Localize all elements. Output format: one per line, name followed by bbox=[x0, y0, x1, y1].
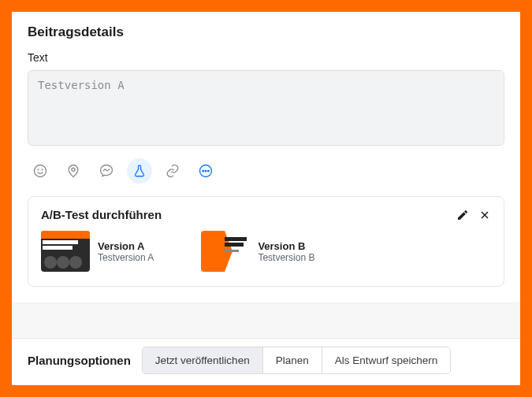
svg-point-13 bbox=[57, 256, 69, 269]
svg-point-1 bbox=[38, 169, 39, 170]
ab-test-header: A/B-Test durchführen bbox=[41, 208, 491, 221]
version-subtitle: Testversion B bbox=[258, 252, 314, 263]
compose-toolbar bbox=[28, 158, 504, 184]
publish-now-button[interactable]: Jetzt veröffentlichen bbox=[143, 347, 263, 373]
ab-test-title: A/B-Test durchführen bbox=[41, 208, 162, 221]
ab-versions: Version A Testversion A bbox=[41, 231, 491, 272]
svg-rect-17 bbox=[225, 237, 247, 241]
svg-rect-11 bbox=[43, 246, 73, 250]
svg-rect-10 bbox=[43, 240, 78, 244]
svg-point-12 bbox=[44, 256, 57, 269]
messenger-icon[interactable] bbox=[94, 158, 119, 184]
ab-version-a[interactable]: Version A Testversion A bbox=[41, 231, 154, 272]
edit-icon[interactable] bbox=[456, 209, 469, 221]
close-icon[interactable] bbox=[478, 209, 491, 221]
emoji-icon[interactable] bbox=[28, 158, 53, 184]
flask-icon[interactable] bbox=[127, 158, 152, 184]
svg-point-0 bbox=[35, 165, 47, 177]
page-title: Beitragsdetails bbox=[28, 24, 504, 40]
thumbnail-b bbox=[201, 231, 250, 272]
save-draft-button[interactable]: Als Entwurf speichern bbox=[322, 347, 451, 373]
spacer bbox=[12, 302, 520, 338]
svg-point-2 bbox=[42, 169, 43, 170]
scheduling-footer: Planungsoptionen Jetzt veröffentlichen P… bbox=[12, 338, 520, 385]
footer-title: Planungsoptionen bbox=[28, 354, 131, 367]
post-text-input[interactable] bbox=[28, 70, 504, 146]
version-title: Version A bbox=[98, 240, 154, 252]
ab-test-card: A/B-Test durchführen bbox=[28, 196, 504, 287]
text-field-label: Text bbox=[28, 51, 504, 64]
post-details-panel: Beitragsdetails Text bbox=[12, 12, 520, 385]
svg-point-7 bbox=[208, 170, 210, 172]
location-icon[interactable] bbox=[61, 158, 86, 184]
version-title: Version B bbox=[258, 240, 314, 252]
more-icon[interactable] bbox=[193, 158, 218, 184]
link-icon[interactable] bbox=[160, 158, 185, 184]
ab-test-actions bbox=[456, 209, 491, 221]
svg-rect-19 bbox=[225, 250, 239, 252]
ab-version-b[interactable]: Version B Testversion B bbox=[201, 231, 314, 272]
svg-point-5 bbox=[203, 170, 204, 172]
version-subtitle: Testversion A bbox=[98, 252, 154, 263]
svg-rect-9 bbox=[41, 231, 90, 239]
svg-rect-16 bbox=[201, 231, 207, 272]
svg-rect-18 bbox=[225, 243, 244, 247]
details-section: Beitragsdetails Text bbox=[12, 24, 520, 302]
svg-point-6 bbox=[205, 170, 206, 172]
svg-point-14 bbox=[69, 256, 82, 269]
thumbnail-a bbox=[41, 231, 90, 272]
scheduling-segment: Jetzt veröffentlichen Planen Als Entwurf… bbox=[142, 347, 451, 374]
svg-point-3 bbox=[72, 168, 75, 171]
schedule-button[interactable]: Planen bbox=[263, 347, 322, 373]
